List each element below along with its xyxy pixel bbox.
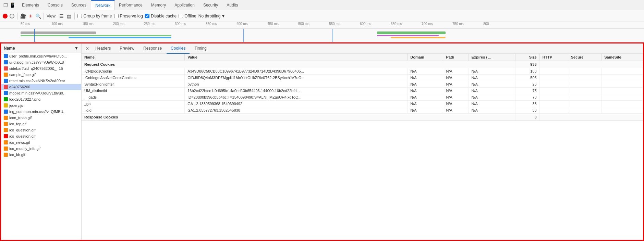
tab-elements[interactable]: Elements — [18, 0, 44, 10]
toolbar-divider-3 — [74, 13, 75, 20]
device-mode-icon[interactable]: 📱 — [10, 2, 15, 8]
tab-memory[interactable]: Memory — [147, 0, 170, 10]
file-name: ico_modify_info.gif — [9, 147, 40, 151]
cookie-secure — [568, 68, 601, 75]
tab-console[interactable]: Console — [44, 0, 67, 10]
section-empty-response — [539, 114, 643, 121]
preserve-log-input[interactable] — [114, 14, 119, 18]
file-type-icon — [4, 85, 8, 89]
file-name: ico_question.gif — [9, 134, 35, 138]
cookie-samesite — [602, 81, 643, 88]
tab-network[interactable]: Network — [91, 0, 115, 10]
tab-preview[interactable]: Preview — [116, 43, 138, 54]
section-response-cookies: Response Cookies 0 — [82, 114, 643, 121]
cookie-row[interactable]: _ga GA1.2.1330599368.1540690492 N/A N/A … — [82, 101, 643, 107]
tab-security[interactable]: Security — [199, 0, 222, 10]
search-icon[interactable]: 🔍 — [35, 13, 41, 19]
file-item[interactable]: reset.min.css?v=NNKSv2cA90mr — [1, 78, 81, 84]
tab-cookies[interactable]: Cookies — [167, 43, 190, 54]
cookie-path: N/A — [443, 94, 469, 101]
cookie-row[interactable]: SyntaxHighlighter python N/A N/A N/A 26 — [82, 81, 643, 88]
tab-timing[interactable]: Timing — [190, 43, 211, 54]
file-item[interactable]: user_profile.min.css?v=hwPLf3o... — [1, 53, 81, 59]
record-icon[interactable] — [3, 14, 8, 18]
file-item[interactable]: ui-dialog.min.css?v=VJeWkb0L8 — [1, 59, 81, 65]
list-view-icon[interactable]: ☰ — [59, 13, 64, 19]
file-name: ico_kb.gif — [9, 153, 25, 157]
cookie-samesite — [602, 107, 643, 114]
waterfall-view-icon[interactable]: ▤ — [66, 13, 72, 19]
offline-input[interactable] — [179, 14, 183, 18]
file-list: user_profile.min.css?v=hwPLf3o... ui-dia… — [1, 53, 81, 240]
cookie-size: 33 — [515, 101, 539, 107]
timeline-area: 50 ms 100 ms 150 ms 200 ms 250 ms 300 ms… — [0, 22, 644, 42]
tick-150ms: 150 ms — [82, 22, 94, 26]
preserve-log-checkbox[interactable]: Preserve log — [114, 14, 143, 18]
file-item[interactable]: jquery.js — [1, 102, 81, 109]
file-name: reset.min.css?v=NNKSv2cA90mr — [9, 79, 65, 83]
tab-application[interactable]: Application — [170, 0, 199, 10]
tick-400ms: 400 ms — [236, 22, 248, 26]
filter-icon[interactable]: ☀ — [28, 13, 33, 19]
file-name: ui-dialog.min.css?v=VJeWkb0L8 — [9, 60, 64, 64]
file-item[interactable]: ico_question.gif — [1, 127, 81, 133]
file-item[interactable]: ing_common.min.css?v=QfMBU. — [1, 109, 81, 115]
devtools-toggle-icon[interactable]: ❐ — [3, 2, 8, 8]
file-item[interactable]: sidebar?uid=q240756200&_=15 — [1, 65, 81, 72]
stop-icon[interactable] — [10, 14, 14, 18]
file-type-icon — [4, 110, 8, 114]
group-by-frame-input[interactable] — [77, 14, 82, 18]
col-header-secure: Secure — [568, 54, 601, 61]
file-item[interactable]: ico_top.gif — [1, 121, 81, 127]
tab-headers[interactable]: Headers — [91, 43, 115, 54]
cookie-name: .Cnblogs.AspNetCore.Cookies — [82, 75, 185, 81]
file-item[interactable]: mobile.min.css?v=Xro6iVLt8yu0. — [1, 90, 81, 96]
file-name: mobile.min.css?v=Xro6iVLt8yu0. — [9, 91, 64, 95]
file-type-icon — [4, 91, 8, 95]
cookie-path: N/A — [443, 81, 469, 88]
cookie-row[interactable]: __gads ID=20d00b396cb5b4bc:T=1540690490:… — [82, 94, 643, 101]
offline-checkbox[interactable]: Offline — [179, 14, 196, 18]
no-throttling-dropdown[interactable]: No throttling ▼ — [198, 14, 226, 18]
cookie-row[interactable]: .Cnblogs.AspNetCore.Cookies CfDJ8D8Q4oM3… — [82, 75, 643, 81]
camera-icon[interactable]: 🎥 — [20, 13, 26, 19]
file-item[interactable]: icon_trash.gif — [1, 115, 81, 121]
disable-cache-label: Disable cache — [151, 14, 177, 18]
file-name: jquery.js — [9, 103, 23, 107]
waterfall-segment-green-2 — [377, 31, 446, 34]
sort-icon[interactable]: ▼ — [74, 46, 78, 51]
cookie-domain: N/A — [408, 94, 443, 101]
tick-300ms: 300 ms — [175, 22, 186, 26]
file-item[interactable]: sample_face.gif — [1, 72, 81, 78]
tab-audits[interactable]: Audits — [222, 0, 242, 10]
file-type-icon — [4, 97, 8, 101]
file-name: logo20170227.png — [9, 97, 40, 101]
file-item[interactable]: logo20170227.png — [1, 96, 81, 102]
col-header-path: Path — [443, 54, 469, 61]
file-item[interactable]: ico_news.gif — [1, 139, 81, 145]
file-item[interactable]: ico_question.gif — [1, 133, 81, 139]
timeline-ruler: 50 ms 100 ms 150 ms 200 ms 250 ms 300 ms… — [0, 22, 644, 29]
tab-performance[interactable]: Performance — [115, 0, 147, 10]
file-item-selected[interactable]: q240756200 — [1, 84, 81, 90]
toolbar-divider-1 — [17, 13, 17, 20]
cookie-secure — [568, 101, 601, 107]
file-name: q240756200 — [9, 85, 30, 89]
file-item[interactable]: ico_modify_info.gif — [1, 145, 81, 152]
tab-response[interactable]: Response — [139, 43, 166, 54]
cookie-value: python — [185, 81, 408, 88]
cookie-samesite — [602, 75, 643, 81]
file-type-icon — [4, 103, 8, 107]
group-by-frame-checkbox[interactable]: Group by frame — [77, 14, 112, 18]
close-detail-icon[interactable]: ✕ — [84, 46, 90, 51]
cookie-row[interactable]: _gid GA1.2.855772763.1562545838 N/A N/A … — [82, 107, 643, 114]
cookie-value: ID=20d00b396cb5b4bc:T=1540690490:S=ALNI_… — [185, 94, 408, 101]
file-item[interactable]: ico_kb.gif — [1, 152, 81, 158]
section-empty — [539, 61, 643, 68]
cookie-row[interactable]: UM_distinctid 16b2cd22bfce1-0d695fc14a0e… — [82, 88, 643, 94]
tick-500ms: 500 ms — [298, 22, 309, 26]
cookie-row[interactable]: .CNBlogsCookie A349D86C58CB68C10996741B9… — [82, 68, 643, 75]
disable-cache-checkbox[interactable]: Disable cache — [145, 14, 177, 18]
tab-sources[interactable]: Sources — [67, 0, 91, 10]
disable-cache-input[interactable] — [145, 14, 149, 18]
